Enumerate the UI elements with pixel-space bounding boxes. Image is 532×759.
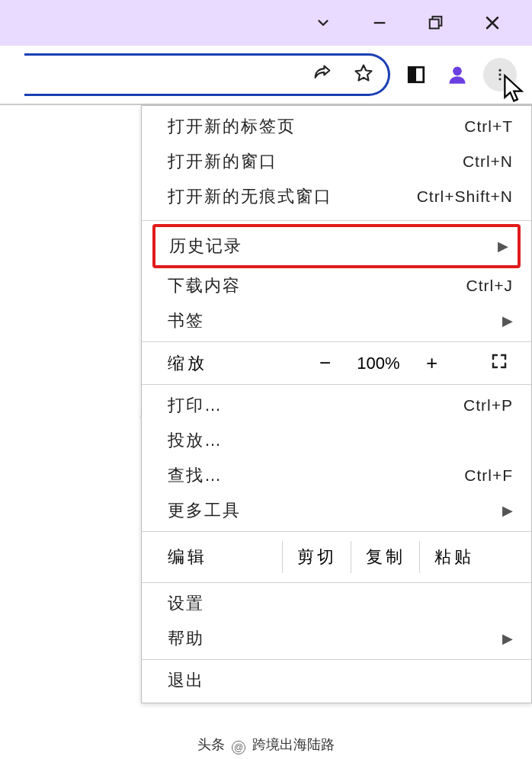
menu-item-label: 投放…	[168, 429, 223, 452]
menu-find[interactable]: 查找… Ctrl+F	[142, 458, 531, 493]
menu-item-shortcut: Ctrl+Shift+N	[417, 187, 513, 206]
footer-prefix: 头条	[197, 737, 225, 752]
zoom-label: 缩放	[168, 352, 267, 375]
svg-rect-2	[430, 19, 439, 28]
tab-dropdown-button[interactable]	[314, 14, 332, 32]
menu-item-shortcut: Ctrl+N	[463, 152, 513, 171]
menu-bookmarks[interactable]: 书签 ▶	[142, 303, 531, 338]
menu-item-label: 下载内容	[168, 274, 241, 297]
share-icon[interactable]	[312, 62, 333, 87]
fullscreen-icon[interactable]	[490, 352, 513, 375]
edit-label: 编辑	[168, 546, 282, 568]
menu-item-label: 打开新的无痕式窗口	[168, 185, 332, 208]
menu-item-label: 更多工具	[168, 499, 241, 522]
edit-cut-button[interactable]: 剪切	[282, 541, 351, 573]
chevron-right-icon: ▶	[495, 312, 513, 329]
zoom-value: 100%	[345, 354, 413, 373]
svg-point-5	[453, 67, 462, 76]
chevron-right-icon: ▶	[490, 238, 508, 255]
menu-edit-row: 编辑 剪切 复制 粘贴	[142, 535, 531, 579]
menu-separator	[142, 531, 531, 532]
menu-more-tools[interactable]: 更多工具 ▶	[142, 493, 531, 528]
menu-print[interactable]: 打印… Ctrl+P	[142, 388, 531, 423]
menu-item-shortcut: Ctrl+J	[466, 277, 513, 295]
menu-item-label: 设置	[168, 592, 204, 615]
chevron-right-icon: ▶	[495, 502, 513, 519]
menu-new-tab[interactable]: 打开新的标签页 Ctrl+T	[142, 109, 531, 144]
menu-new-incognito[interactable]: 打开新的无痕式窗口 Ctrl+Shift+N	[142, 179, 531, 214]
menu-separator	[142, 220, 531, 221]
edit-copy-button[interactable]: 复制	[351, 541, 419, 573]
menu-item-label: 书签	[168, 309, 204, 332]
zoom-in-button[interactable]: +	[413, 351, 451, 375]
menu-new-window[interactable]: 打开新的窗口 Ctrl+N	[142, 144, 531, 179]
menu-exit[interactable]: 退出	[142, 663, 531, 698]
svg-point-6	[498, 69, 501, 72]
window-titlebar	[0, 0, 532, 46]
menu-separator	[142, 659, 531, 660]
footer-author: 跨境出海陆路	[252, 737, 335, 752]
menu-separator	[142, 341, 531, 342]
maximize-button[interactable]	[427, 14, 445, 32]
menu-zoom-row: 缩放 − 100% +	[142, 345, 531, 381]
at-icon: @	[232, 741, 245, 754]
zoom-out-button[interactable]: −	[306, 351, 345, 375]
menu-downloads[interactable]: 下载内容 Ctrl+J	[142, 268, 531, 303]
svg-rect-4	[409, 67, 416, 82]
address-bar[interactable]	[24, 53, 390, 96]
menu-item-shortcut: Ctrl+F	[464, 466, 513, 485]
menu-item-label: 打印…	[168, 394, 223, 417]
edit-paste-button[interactable]: 粘贴	[419, 541, 488, 573]
menu-settings[interactable]: 设置	[142, 586, 531, 621]
menu-item-label: 退出	[168, 669, 204, 692]
menu-item-shortcut: Ctrl+T	[464, 117, 513, 136]
chevron-right-icon: ▶	[495, 630, 513, 647]
menu-item-label: 查找…	[168, 464, 223, 487]
source-footer: 头条 @ 跨境出海陆路	[0, 735, 532, 754]
menu-item-shortcut: Ctrl+P	[463, 396, 513, 415]
reader-mode-icon[interactable]	[401, 59, 431, 90]
bookmark-star-icon[interactable]	[353, 62, 374, 87]
menu-separator	[142, 582, 531, 583]
close-button[interactable]	[483, 14, 502, 32]
menu-item-label: 历史记录	[169, 235, 242, 258]
browser-toolbar	[0, 46, 532, 105]
profile-avatar-icon[interactable]	[442, 59, 473, 90]
menu-help[interactable]: 帮助 ▶	[142, 621, 531, 656]
menu-history[interactable]: 历史记录 ▶	[152, 224, 521, 268]
menu-cast[interactable]: 投放…	[142, 423, 531, 458]
mouse-cursor-icon	[500, 73, 529, 102]
menu-item-label: 打开新的标签页	[168, 115, 296, 138]
menu-item-label: 打开新的窗口	[168, 150, 277, 173]
main-menu-dropdown: 打开新的标签页 Ctrl+T 打开新的窗口 Ctrl+N 打开新的无痕式窗口 C…	[141, 105, 532, 703]
minimize-button[interactable]	[370, 14, 389, 32]
menu-separator	[142, 384, 531, 385]
menu-item-label: 帮助	[168, 627, 204, 650]
